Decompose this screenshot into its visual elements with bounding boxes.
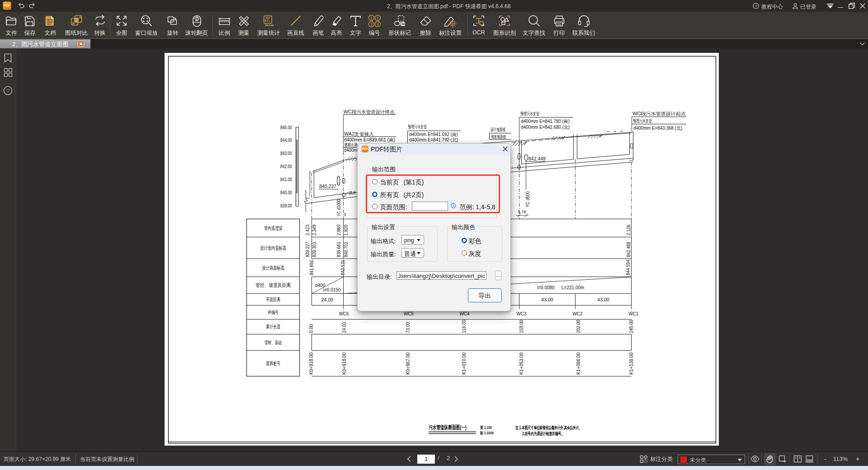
svg-text:2: 2 bbox=[377, 16, 379, 20]
svg-text:3: 3 bbox=[370, 22, 373, 27]
svg-text:?: ? bbox=[6, 88, 9, 94]
svg-text:B: B bbox=[72, 21, 75, 25]
svg-text:1: 1 bbox=[370, 16, 373, 20]
svg-text:A: A bbox=[79, 15, 82, 19]
svg-text:?: ? bbox=[755, 4, 757, 8]
svg-text:4: 4 bbox=[377, 22, 379, 27]
